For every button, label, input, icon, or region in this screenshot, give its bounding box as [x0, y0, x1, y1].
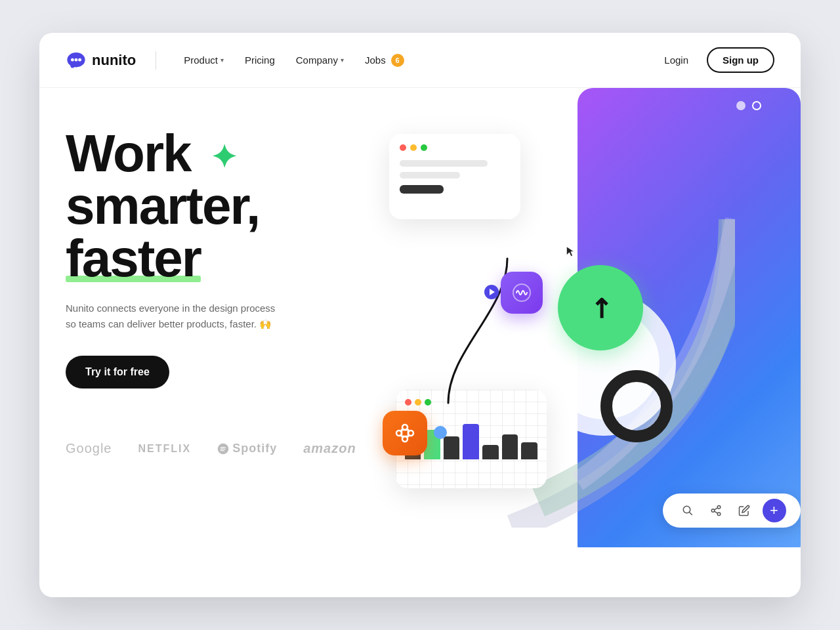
share-toolbar-icon[interactable]	[706, 501, 726, 520]
cursor-pointer-icon	[564, 245, 578, 259]
svg-line-11	[714, 511, 717, 513]
card-line-short	[400, 185, 444, 194]
svg-point-4	[78, 58, 81, 61]
navbar: nunito Product ▾ Pricing Company ▾ Jobs …	[39, 33, 801, 88]
add-button[interactable]: +	[763, 499, 786, 522]
card-top	[389, 134, 520, 219]
top-dots	[736, 101, 761, 110]
hero-title: Work ✦ smarter, faster	[66, 127, 356, 285]
netflix-logo: NETFLIX	[138, 443, 192, 455]
hero-description: Nunito connects everyone in the design p…	[66, 301, 276, 332]
card-line-medium	[400, 172, 460, 178]
dot-white	[736, 101, 746, 110]
logo-area[interactable]: nunito	[66, 50, 136, 71]
arrow-icon: ↗	[582, 289, 620, 327]
hero-section: Work ✦ smarter, faster Nunito connects e…	[39, 88, 801, 547]
card-traffic-lights	[400, 144, 510, 151]
dot-green-light	[421, 144, 427, 151]
small-blue-dot	[434, 426, 447, 439]
bar-7	[521, 442, 537, 459]
bar-5	[482, 445, 499, 459]
sparkle-icon: ✦	[211, 140, 236, 175]
nav-item-pricing[interactable]: Pricing	[237, 49, 283, 71]
svg-point-2	[71, 58, 74, 61]
svg-line-7	[689, 512, 692, 515]
dot-hollow	[752, 101, 761, 110]
chevron-down-icon: ▾	[220, 56, 224, 64]
nav-item-jobs[interactable]: Jobs 6	[357, 49, 412, 72]
svg-point-8	[717, 506, 721, 509]
spotify-icon	[217, 443, 229, 455]
search-toolbar-icon[interactable]	[678, 501, 698, 520]
hero-left: Work ✦ smarter, faster Nunito connects e…	[66, 114, 356, 528]
signup-button[interactable]: Sign up	[707, 47, 774, 73]
svg-rect-20	[402, 430, 408, 436]
svg-point-3	[75, 58, 78, 61]
google-logo: Google	[66, 441, 112, 456]
nav-actions: Login Sign up	[656, 47, 774, 73]
command-svg	[393, 421, 417, 445]
spotify-logo: Spotify	[217, 442, 277, 455]
nav-item-company[interactable]: Company ▾	[288, 49, 352, 71]
logo-icon	[66, 50, 87, 71]
orange-command-icon	[383, 411, 427, 455]
dot-yellow	[410, 144, 417, 151]
edit-toolbar-icon[interactable]	[734, 501, 754, 520]
svg-point-6	[683, 506, 690, 513]
dot-red	[400, 144, 406, 151]
waveform-svg	[511, 282, 532, 303]
try-it-free-button[interactable]: Try it for free	[66, 356, 169, 388]
logo-text: nunito	[92, 52, 136, 69]
nav-links: Product ▾ Pricing Company ▾ Jobs 6	[176, 49, 656, 72]
svg-point-9	[711, 509, 715, 513]
bar-6	[502, 434, 518, 459]
green-circle: ↗	[558, 265, 643, 350]
brand-logos: Google NETFLIX Spotify amazon	[66, 428, 356, 456]
svg-line-12	[714, 508, 717, 510]
jobs-badge: 6	[391, 54, 404, 67]
card-line-long	[400, 160, 488, 167]
browser-window: nunito Product ▾ Pricing Company ▾ Jobs …	[39, 33, 801, 597]
play-dot	[484, 285, 499, 299]
nav-item-product[interactable]: Product ▾	[176, 49, 232, 71]
bar-3	[444, 436, 460, 459]
connecting-path	[396, 232, 560, 429]
login-button[interactable]: Login	[656, 49, 696, 71]
chevron-down-icon: ▾	[341, 56, 344, 64]
bottom-toolbar: +	[663, 494, 801, 528]
dark-ring	[600, 370, 673, 442]
hero-illustration: + ↗	[356, 114, 774, 528]
amazon-logo: amazon	[303, 441, 356, 456]
nav-divider	[156, 51, 156, 70]
svg-point-10	[717, 513, 721, 516]
purple-waveform-icon	[501, 272, 543, 314]
